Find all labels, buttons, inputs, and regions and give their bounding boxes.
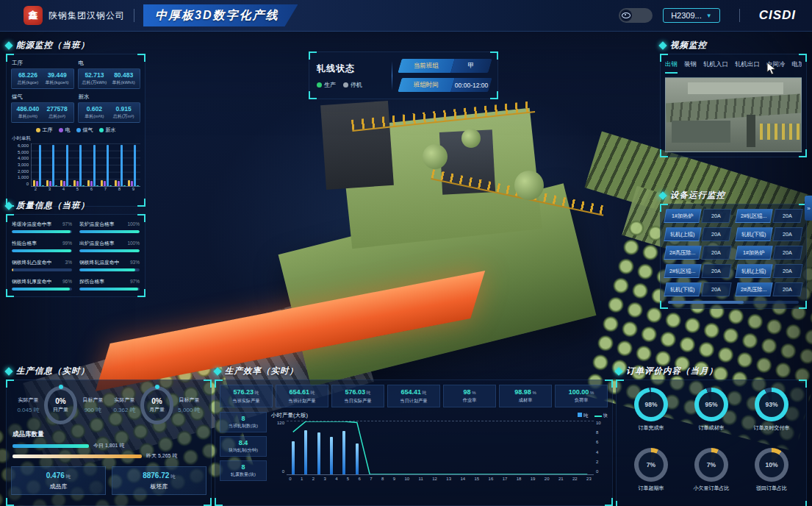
x-tick: 3 xyxy=(48,187,51,191)
equipment-scrollbar xyxy=(668,301,799,304)
video-tab-出钢[interactable]: 出钢 xyxy=(665,60,678,74)
panel-diamond-icon xyxy=(4,41,12,49)
quality-label: 堆缓冷温度命中率 xyxy=(12,221,51,228)
right-tick: 2 xyxy=(596,460,598,464)
order-donut: 93% xyxy=(755,388,788,421)
equipment-name-button[interactable]: 轧机(下辊) xyxy=(664,282,702,296)
bar xyxy=(49,181,51,186)
target-output-block: 目标产量5,000 吨 xyxy=(173,396,205,414)
energy-chart-xaxis: 23456789 xyxy=(29,187,140,191)
order-gauge: 7%订单超期率 xyxy=(621,448,681,504)
energy-card-values: 486.040单耗(m³/t)277578总耗(m³) xyxy=(11,102,74,123)
right-tick: 8 xyxy=(596,430,598,435)
equipment-name-button[interactable]: 1#加热炉 xyxy=(735,246,773,260)
stat-value: 100.00 % xyxy=(556,388,606,396)
video-tab-电加热[interactable]: 电加热 xyxy=(792,60,802,74)
efficiency-side-stat: 8轧废数量(块) xyxy=(220,460,267,481)
heat-number-value: H2309... xyxy=(671,11,702,20)
video-tab-装钢[interactable]: 装钢 xyxy=(684,60,697,74)
shift-info-label: 当前班组 xyxy=(398,59,454,73)
page-title-banner: 中厚板3D数字化产线 xyxy=(143,4,298,26)
quality-percent: 99% xyxy=(62,240,72,246)
right-tick: 0 xyxy=(596,469,598,474)
video-tab-轧机入口[interactable]: 轧机入口 xyxy=(703,60,728,74)
warehouse-card: 0.476吨成品库 xyxy=(11,466,106,495)
quality-bar-fill xyxy=(12,230,71,233)
energy-value: 68.226 xyxy=(13,71,43,79)
quality-label: 装炉温度合格率 xyxy=(79,221,115,228)
hour-tick: 6 xyxy=(359,477,361,481)
stat-value: 654.41 吨 xyxy=(389,388,439,396)
video-tab-轧机出口[interactable]: 轧机出口 xyxy=(735,60,760,74)
order-donut-percent: 93% xyxy=(765,401,777,408)
chevron-down-icon: ▼ xyxy=(706,13,712,19)
energy-value-cell: 80.483单耗(kWh/t) xyxy=(109,71,138,86)
bar xyxy=(87,180,90,186)
equipment-cell: 2#高压除...20A xyxy=(736,282,802,296)
header-bar: 鑫 陕钢集团汉钢公司 中厚板3D数字化产线 H2309... ▼ CISDI xyxy=(0,0,812,32)
side-stat-value: 8.4 xyxy=(221,439,265,446)
equipment-scrollbar-thumb[interactable] xyxy=(668,301,744,304)
equipment-name-button[interactable]: 2#高压除... xyxy=(664,246,702,260)
equipment-name-button[interactable]: 2#轧区辊... xyxy=(664,264,702,278)
bar xyxy=(33,180,35,186)
status-legend-label: 停机 xyxy=(351,81,362,89)
equipment-value: 20A xyxy=(773,282,803,296)
equipment-name-button[interactable]: 1#加热炉 xyxy=(664,209,702,223)
order-donut: 7% xyxy=(694,448,728,482)
gauge-name: 日产量 xyxy=(53,406,68,413)
legend-label: 新水 xyxy=(106,126,116,134)
store-bar xyxy=(12,455,142,458)
heat-number-dropdown[interactable]: H2309... ▼ xyxy=(663,8,720,23)
energy-value-label: 单耗(kWh/t) xyxy=(109,79,138,86)
energy-value-label: 单耗(m³/t) xyxy=(13,113,43,120)
visibility-toggle[interactable] xyxy=(619,8,653,23)
quality-percent: 96% xyxy=(62,279,72,284)
legend-dot-icon xyxy=(36,128,40,132)
legend-label: 煤气 xyxy=(83,126,93,134)
efficiency-side-stat: 8当班轧制数(块) xyxy=(220,412,267,432)
store-bar-row: 昨天 5,265 吨 xyxy=(12,452,205,460)
panel-collapse-tab[interactable]: » xyxy=(805,196,812,221)
equipment-name-button[interactable]: 2#高压除... xyxy=(735,282,773,296)
production-info-panel: 生产信息（实时） 实际产量0.045 吨0%日产量目标产量900 吨实际产量0.… xyxy=(6,366,212,506)
energy-value-label: 单耗(m³/t) xyxy=(80,113,109,120)
equipment-name-button[interactable]: 轧机(上辊) xyxy=(664,227,702,241)
equipment-name-button[interactable]: 2#轧区辊... xyxy=(735,209,773,223)
order-gauge: 7%小欠量订单占比 xyxy=(681,448,741,504)
y-tick: 3,000 xyxy=(18,163,29,167)
equipment-name-button[interactable]: 轧机(下辊) xyxy=(735,227,773,241)
mouse-cursor xyxy=(766,62,777,78)
x-axis: 01234567891011121314151617181920212223 xyxy=(284,477,596,481)
energy-hourly-chart xyxy=(31,143,140,187)
hourly-chart-title: 小时产量(大板) xyxy=(271,412,308,419)
energy-value: 486.040 xyxy=(13,105,43,113)
warehouse-value: 0.476吨 xyxy=(12,471,105,480)
quality-bar-track xyxy=(79,249,140,252)
energy-card: 煤气486.040单耗(m³/t)277578总耗(m³) xyxy=(11,93,74,123)
header-divider xyxy=(134,9,134,22)
legend-item: 新水 xyxy=(99,126,116,134)
order-gauge: 95%订单成材率 xyxy=(681,388,741,443)
line-legend-icon xyxy=(594,416,602,417)
y-tick: 1,000 xyxy=(18,175,29,179)
header-divider xyxy=(739,9,740,22)
efficiency-stat: 576.23 吨当班实际产量 xyxy=(220,385,273,407)
page-title: 中厚板3D数字化产线 xyxy=(155,8,279,24)
hour-tick: 13 xyxy=(446,477,451,481)
quality-label: 探伤合格率 xyxy=(79,278,104,285)
panel-diamond-icon xyxy=(658,41,667,49)
quality-bar-fill xyxy=(79,268,135,271)
equipment-name-button[interactable]: 轧机(上辊) xyxy=(735,264,773,278)
video-feed xyxy=(665,77,802,152)
energy-value-label: 总耗(m³) xyxy=(43,113,72,120)
target-output-value: 900 吨 xyxy=(77,406,109,414)
bar xyxy=(52,145,54,186)
quality-bar-fill xyxy=(79,230,140,233)
energy-value-cell: 52.713总耗(万kWh) xyxy=(80,71,109,86)
bar xyxy=(79,145,82,186)
energy-card-title: 煤气 xyxy=(12,93,74,101)
quality-bar-track xyxy=(12,249,72,252)
quality-panel-title: 质量信息（当班） xyxy=(16,200,90,211)
video-panel-title: 视频监控 xyxy=(670,40,707,51)
